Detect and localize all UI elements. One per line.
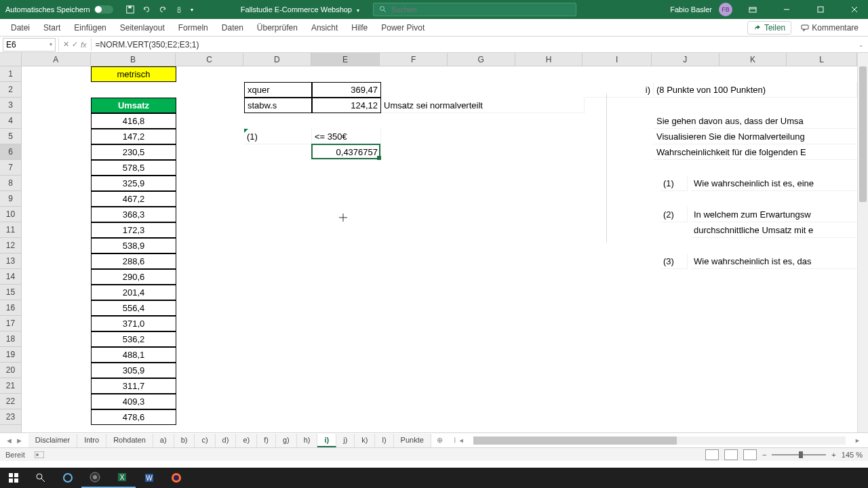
page-layout-view-button[interactable] (724, 449, 738, 460)
zoom-out-button[interactable]: − (762, 451, 766, 459)
cell-B8[interactable]: 325,9 (91, 176, 176, 191)
search-input[interactable] (391, 5, 570, 14)
sheet-tab-Intro[interactable]: Intro (77, 434, 106, 447)
cell-J10_num[interactable]: (2) (660, 207, 688, 222)
ribbon-tab-einfügen[interactable]: Einfügen (67, 20, 113, 35)
row-header-8[interactable]: 8 (0, 176, 21, 191)
cell-B16[interactable]: 556,4 (91, 300, 176, 316)
cell-J13[interactable]: Wie wahrscheinlich ist es, das (691, 253, 867, 269)
toggle-switch[interactable] (94, 5, 113, 14)
name-box[interactable]: E6 ▾ (3, 38, 56, 52)
redo-icon[interactable] (158, 5, 167, 14)
cell-B14[interactable]: 290,6 (91, 269, 176, 285)
row-header-17[interactable]: 17 (0, 316, 21, 331)
ribbon-tab-start[interactable]: Start (37, 20, 67, 35)
horizontal-scroll-thumb[interactable] (473, 436, 677, 445)
cell-F3[interactable]: Umsatz sei normalverteilt (381, 98, 585, 113)
page-break-view-button[interactable] (743, 449, 757, 460)
ribbon-tab-daten[interactable]: Daten (215, 20, 250, 35)
normal-view-button[interactable] (705, 449, 719, 460)
sheet-tab-j[interactable]: j) (336, 434, 355, 447)
row-header-19[interactable]: 19 (0, 347, 21, 363)
ribbon-tab-formeln[interactable]: Formeln (172, 20, 215, 35)
cell-B19[interactable]: 488,1 (91, 347, 176, 363)
cell-B21[interactable]: 311,7 (91, 378, 176, 394)
cell-E5[interactable]: <= 350€ (312, 129, 381, 144)
cell-B20[interactable]: 305,9 (91, 363, 176, 378)
formula-input[interactable]: =NORM.VERT(350;E2;E3;1) (92, 40, 854, 49)
row-header-21[interactable]: 21 (0, 378, 21, 394)
sheet-tab-e[interactable]: e) (236, 434, 257, 447)
firefox-taskbar-icon[interactable] (163, 468, 190, 488)
close-button[interactable] (841, 0, 868, 19)
cell-B11[interactable]: 172,3 (91, 222, 176, 238)
column-header-H[interactable]: H (515, 53, 583, 66)
spreadsheet-grid[interactable]: ABCDEFGHIJKL 123456789101112131415161718… (0, 53, 868, 432)
cell-I2[interactable]: i) (585, 82, 654, 98)
sheet-tab-g[interactable]: g) (276, 434, 297, 447)
ribbon-tab-hilfe[interactable]: Hilfe (344, 20, 374, 35)
row-header-20[interactable]: 20 (0, 363, 21, 378)
row-header-18[interactable]: 18 (0, 331, 21, 347)
document-title[interactable]: Fallstudie E-Commerce Webshop ▾ (241, 5, 359, 14)
cortana-icon[interactable] (54, 468, 81, 488)
row-header-13[interactable]: 13 (0, 253, 21, 269)
row-header-11[interactable]: 11 (0, 222, 21, 238)
vertical-scrollbar[interactable] (857, 53, 868, 432)
touch-mode-icon[interactable] (174, 5, 184, 14)
ribbon-tab-datei[interactable]: Datei (4, 20, 37, 35)
ribbon-tab-ansicht[interactable]: Ansicht (304, 20, 344, 35)
autosave-toggle[interactable]: Automatisches Speichern (0, 5, 119, 14)
maximize-button[interactable] (807, 0, 834, 19)
add-sheet-button[interactable]: ⊕ (431, 436, 448, 445)
cell-B7[interactable]: 578,5 (91, 160, 176, 176)
cell-B1[interactable]: metrisch (91, 66, 176, 82)
name-box-dropdown-icon[interactable]: ▾ (50, 41, 52, 47)
row-header-12[interactable]: 12 (0, 238, 21, 253)
share-button[interactable]: Teilen (747, 21, 791, 35)
cell-B17[interactable]: 371,0 (91, 316, 176, 331)
hscroll-left-icon[interactable]: ◄ (456, 437, 467, 444)
cell-B22[interactable]: 409,3 (91, 394, 176, 409)
cell-J8_num[interactable]: (1) (660, 176, 688, 191)
cell-D3[interactable]: stabw.s (244, 98, 312, 113)
minimize-button[interactable] (773, 0, 800, 19)
cell-B5[interactable]: 147,2 (91, 129, 176, 144)
start-button[interactable] (0, 468, 27, 488)
fx-icon[interactable]: fx (81, 41, 87, 49)
cell-B12[interactable]: 538,9 (91, 238, 176, 253)
save-icon[interactable] (125, 5, 135, 14)
expand-formula-bar-icon[interactable]: ⌄ (854, 41, 868, 48)
zoom-in-button[interactable]: + (831, 451, 835, 459)
row-header-16[interactable]: 16 (0, 300, 21, 316)
cell-B15[interactable]: 201,4 (91, 285, 176, 300)
cell-B23[interactable]: 478,6 (91, 409, 176, 425)
cell-B6[interactable]: 230,5 (91, 144, 176, 160)
row-header-3[interactable]: 3 (0, 98, 21, 113)
sheet-tab-d[interactable]: d) (216, 434, 237, 447)
cell-J5[interactable]: Visualisieren Sie die Normalverteilung (654, 129, 868, 144)
column-header-J[interactable]: J (652, 53, 719, 66)
column-header-B[interactable]: B (91, 53, 176, 66)
ribbon-tab-seitenlayout[interactable]: Seitenlayout (113, 20, 172, 35)
cell-B10[interactable]: 368,3 (91, 207, 176, 222)
sheet-tab-k[interactable]: k) (355, 434, 375, 447)
sheet-tab-f[interactable]: f) (257, 434, 276, 447)
sheet-tab-a[interactable]: a) (153, 434, 174, 447)
sheet-tab-l[interactable]: l) (375, 434, 393, 447)
row-header-23[interactable]: 23 (0, 409, 21, 425)
row-header-4[interactable]: 4 (0, 113, 21, 129)
user-avatar[interactable]: FB (719, 3, 732, 16)
row-header-15[interactable]: 15 (0, 285, 21, 300)
cell-B3[interactable]: Umsatz (91, 98, 176, 113)
horizontal-scrollbar[interactable] (473, 436, 846, 445)
column-header-E[interactable]: E (311, 53, 380, 66)
column-header-C[interactable]: C (176, 53, 243, 66)
user-name[interactable]: Fabio Basler (670, 5, 712, 14)
column-header-K[interactable]: K (719, 53, 787, 66)
column-header-F[interactable]: F (380, 53, 448, 66)
column-header-G[interactable]: G (448, 53, 515, 66)
zoom-slider[interactable] (772, 454, 826, 455)
sheet-tab-h[interactable]: h) (297, 434, 318, 447)
ribbon-tab-power pivot[interactable]: Power Pivot (374, 20, 431, 35)
